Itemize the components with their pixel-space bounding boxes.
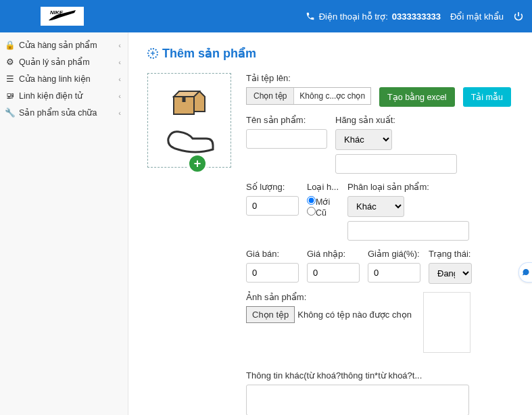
sidebar-item-label: Cửa hàng linh kiện — [19, 74, 91, 84]
manufacturer-label: Hãng sản xuất: — [335, 115, 457, 125]
radio-old[interactable]: Cũ — [307, 207, 339, 218]
sidebar-item-product-manage[interactable]: ⚙Quản lý sản phẩm ‹ — [0, 53, 128, 70]
sidebar-item-product-store[interactable]: 🔒Cửa hàng sản phẩm ‹ — [0, 36, 128, 53]
change-password-link[interactable]: Đổi mật khẩu — [450, 11, 504, 22]
manufacturer-input[interactable] — [335, 154, 457, 174]
discount-label: Giảm giá(%): — [368, 249, 420, 259]
image-drop-zone[interactable]: + — [147, 73, 231, 168]
page-title: + Thêm sản phẩm — [147, 46, 513, 61]
main-content: + Thêm sản phẩm + Tải tệp lên: — [128, 32, 532, 415]
goods-type-label: Loại h... — [307, 182, 339, 192]
image-label: Ảnh sản phẩm: — [246, 292, 415, 302]
status-label: Trạng thái: — [429, 249, 476, 259]
list-icon: ☰ — [5, 74, 15, 84]
lock-icon: 🔒 — [5, 40, 15, 50]
sidebar-item-label: Linh kiện điện tử — [19, 91, 82, 101]
add-icon: + — [147, 48, 158, 59]
image-file-status: Không có tệp nào được chọn — [295, 310, 412, 320]
choose-image-button[interactable]: Chọn tệp — [246, 306, 295, 323]
gear-icon: ⚙ — [5, 57, 15, 67]
sidebar-item-label: Quản lý sản phẩm — [19, 57, 90, 67]
svg-marker-2 — [174, 91, 199, 97]
sidebar-item-label: Sản phẩm sửa chữa — [19, 107, 97, 118]
phone-icon — [306, 11, 315, 21]
category-select[interactable]: Khác — [347, 196, 404, 217]
sidebar-item-repair[interactable]: 🔧Sản phẩm sửa chữa ‹ — [0, 104, 128, 121]
computer-icon: 🖳 — [5, 91, 15, 101]
category-label: Phân loại sản phẩm: — [347, 182, 469, 192]
wrench-icon: 🔧 — [5, 107, 15, 118]
category-input[interactable] — [347, 221, 469, 241]
chevron-left-icon: ‹ — [118, 75, 121, 83]
price-label: Giá bán: — [246, 249, 299, 259]
price-input[interactable] — [246, 263, 299, 283]
chevron-left-icon: ‹ — [118, 58, 121, 66]
support-phone: Điện thoại hỗ trợ: 0333333333 — [306, 11, 441, 22]
image-preview — [423, 292, 470, 353]
choose-file-button[interactable]: Chọn tệp — [247, 88, 294, 104]
other-info-label: Thông tin khác(từ khoá?thông tin*từ khoá… — [246, 370, 513, 381]
sidebar-item-label: Cửa hàng sản phẩm — [19, 40, 97, 50]
header: NIKE Điện thoại hỗ trợ: 0333333333 Đổi m… — [0, 0, 532, 32]
logo: NIKE — [41, 7, 84, 26]
name-label: Tên sản phẩm: — [246, 115, 327, 125]
phone-number: 0333333333 — [392, 11, 441, 22]
qty-label: Số lượng: — [246, 182, 299, 192]
other-info-textarea[interactable] — [246, 385, 469, 415]
radio-new[interactable]: Mới — [307, 196, 339, 207]
sidebar-item-electronics[interactable]: 🖳Linh kiện điện tử ‹ — [0, 87, 128, 104]
qty-input[interactable] — [246, 196, 299, 216]
file-input[interactable]: Chọn tệp Không c...ợc chọn — [246, 87, 371, 105]
upload-label: Tải tệp lên: — [246, 73, 513, 83]
manufacturer-select[interactable]: Khác — [335, 129, 392, 150]
chevron-left-icon: ‹ — [118, 92, 121, 100]
svg-text:NIKE: NIKE — [50, 9, 64, 16]
file-status: Không c...ợc chọn — [294, 88, 370, 104]
download-template-button[interactable]: Tải mẫu — [463, 87, 511, 107]
chevron-left-icon: ‹ — [118, 109, 121, 117]
status-select[interactable]: Đang bán — [429, 263, 472, 284]
chevron-left-icon: ‹ — [118, 41, 121, 49]
cost-input[interactable] — [307, 263, 360, 283]
add-image-badge: + — [187, 153, 208, 174]
phone-label: Điện thoại hỗ trợ: — [319, 11, 388, 22]
sidebar-item-parts-store[interactable]: ☰Cửa hàng linh kiện ‹ — [0, 70, 128, 87]
sidebar: 🔒Cửa hàng sản phẩm ‹ ⚙Quản lý sản phẩm ‹… — [0, 32, 128, 415]
product-name-input[interactable] — [246, 129, 327, 149]
help-icon — [522, 268, 530, 276]
cost-label: Giá nhập: — [307, 249, 360, 259]
discount-input[interactable] — [368, 263, 420, 283]
create-excel-button[interactable]: Tạo bằng excel — [379, 87, 455, 107]
power-icon[interactable] — [513, 11, 524, 22]
help-float-button[interactable] — [518, 262, 532, 283]
